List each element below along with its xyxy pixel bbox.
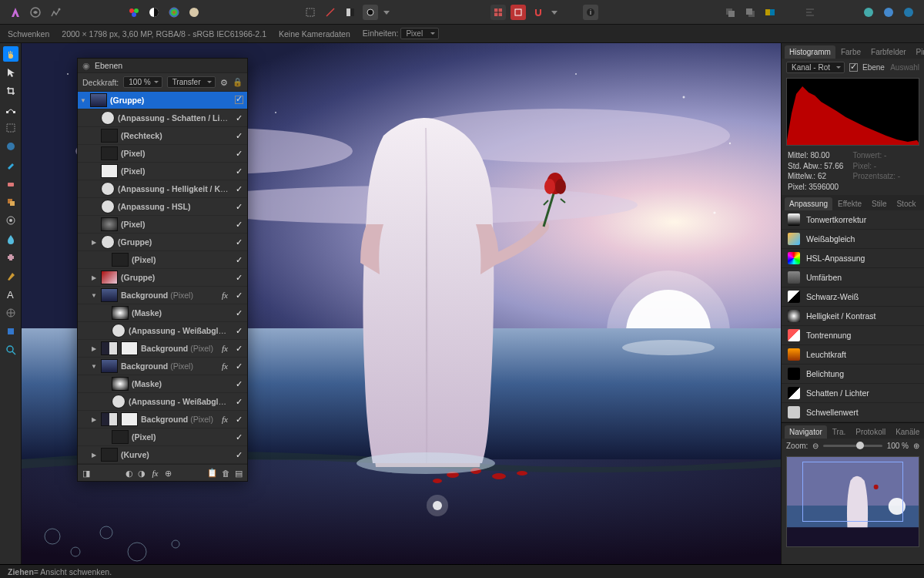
fx-indicator-icon[interactable]: fx [219,344,230,353]
clone-tool-icon[interactable] [3,194,18,210]
navigator-preview[interactable] [786,456,919,547]
visibility-icon[interactable]: ✓ [233,131,244,140]
layer-row[interactable]: (Pixel)✓ [78,251,247,269]
erase-tool-icon[interactable] [3,176,18,191]
gear-icon[interactable]: ⚙ [220,78,228,87]
visibility-icon[interactable]: ✓ [233,379,244,388]
mesh-tool-icon[interactable] [3,305,18,321]
shape-tool-icon[interactable] [3,324,18,339]
soft-proof-icon[interactable] [186,5,202,20]
fx-icon[interactable]: fx [150,469,161,478]
visibility-checkbox[interactable] [233,96,244,106]
layer-row[interactable]: (Maske)✓ [78,375,247,393]
tab-navigator[interactable]: Navigator [785,425,827,439]
chat-icon[interactable] [861,5,876,20]
disclosure-icon[interactable]: ▼ [90,292,98,299]
visibility-icon[interactable]: ✓ [233,344,244,353]
brush-tool-icon[interactable] [3,157,18,173]
layer-checkbox[interactable] [849,63,858,72]
layer-row[interactable]: ▶(Gruppe)✓ [78,234,247,251]
dodge-tool-icon[interactable] [3,213,18,228]
tab-styles[interactable]: Stile [867,197,891,210]
grayscale-icon[interactable] [146,5,162,20]
fx-indicator-icon[interactable]: fx [219,415,230,424]
visibility-icon[interactable]: ✓ [233,326,244,335]
add-layer-icon[interactable]: ▤ [235,469,243,478]
swatches-icon[interactable] [126,5,142,20]
panel-pin-icon[interactable]: ◉ [82,61,90,70]
visibility-icon[interactable]: ✓ [233,184,244,193]
visibility-icon[interactable]: ✓ [233,415,244,424]
channel-dropdown[interactable]: Kanal - Rot [786,62,845,73]
dropdown-caret-icon[interactable] [551,5,558,20]
disclosure-icon[interactable]: ▼ [79,97,87,104]
tab-stock[interactable]: Stock [892,197,920,210]
tab-channels[interactable]: Kanäle [891,425,924,439]
persona-develop-icon[interactable] [48,5,63,20]
disclosure-icon[interactable]: ▶ [90,452,98,459]
opacity-dropdown[interactable]: 100 % [123,76,162,88]
adjustment-item[interactable]: Schwellenwert [782,403,924,422]
layer-row[interactable]: ▼Background (Pixel)fx✓ [78,287,247,304]
layer-row[interactable]: (Rechteck)✓ [78,127,247,145]
visibility-icon[interactable]: ✓ [233,397,244,406]
layers-panel-title[interactable]: ◉ Ebenen [78,59,247,72]
disclosure-icon[interactable]: ▼ [90,363,98,370]
heal-tool-icon[interactable] [3,250,18,265]
layer-row[interactable]: (Anpassung - Helligkeit / Kontrast)✓ [78,180,247,198]
adjustment-item[interactable]: HSL-Anpassung [782,249,924,268]
mask-icon[interactable]: ◐ [126,469,133,478]
group-icon[interactable] [762,5,778,20]
node-tool-icon[interactable] [3,102,18,117]
hand-tool-icon[interactable] [3,46,18,62]
tab-color[interactable]: Farbe [836,45,865,59]
adjustment-item[interactable]: Schwarz-Weiß [782,287,924,307]
visibility-icon[interactable]: ✓ [233,308,244,318]
visibility-icon[interactable]: ✓ [233,255,244,264]
tab-transform[interactable]: Tra. [828,425,850,439]
adjustment-item[interactable]: Tonwertkorrektur [782,210,924,230]
tab-swatches[interactable]: Farbfelder [866,45,911,59]
app-logo-icon[interactable] [8,5,23,20]
share-icon[interactable] [901,5,916,20]
adjustment-item[interactable]: Helligkeit / Kontrast [782,307,924,326]
blur-tool-icon[interactable] [3,231,18,247]
blendmode-dropdown[interactable]: Transfer [167,76,216,88]
persona-liquify-icon[interactable] [28,5,43,20]
layer-edit-icon[interactable]: ◨ [82,469,90,478]
visibility-icon[interactable]: ✓ [233,202,244,211]
visibility-icon[interactable]: ✓ [233,113,244,123]
layer-row[interactable]: ▼Background (Pixel)fx✓ [78,358,247,375]
arrange-back-icon[interactable] [722,5,738,20]
adjustment-item[interactable]: Schatten / Lichter [782,384,924,403]
layer-row[interactable]: (Anpassung - HSL)✓ [78,198,247,216]
zoom-slider[interactable] [823,445,882,447]
layer-row[interactable]: (Maske)✓ [78,304,247,322]
disclosure-icon[interactable]: ▶ [90,274,98,281]
disclosure-icon[interactable]: ▶ [90,416,98,423]
layer-row[interactable]: ▶Background (Pixel)fx✓ [78,340,247,358]
assistant-icon[interactable]: i [583,5,598,20]
layer-row[interactable]: ▶(Gruppe)✓ [78,269,247,287]
visibility-icon[interactable]: ✓ [233,237,244,247]
layer-row[interactable]: (Pixel)✓ [78,428,247,446]
layer-row[interactable]: (Anpassung - Schatten / Lichter)✓ [78,109,247,127]
zoom-tool-icon[interactable] [3,342,18,358]
visibility-icon[interactable]: ✓ [233,166,244,176]
adjustment-item[interactable]: Weißabgleich [782,230,924,249]
clip-icon[interactable]: 📋 [207,468,217,478]
layer-row[interactable]: (Pixel)✓ [78,163,247,180]
disclosure-icon[interactable]: ▶ [90,239,98,246]
magnet-icon[interactable] [531,5,546,20]
visibility-icon[interactable]: ✓ [233,361,244,371]
tab-adjustment[interactable]: Anpassung [785,197,832,210]
layers-panel[interactable]: ◉ Ebenen Deckkraft: 100 % Transfer ⚙ 🔒 ▼… [77,58,248,482]
layer-row[interactable]: ▶Background (Pixel)fx✓ [78,411,247,428]
pen-tool-icon[interactable] [3,268,18,284]
adjustment-item[interactable]: Leuchtkraft [782,345,924,365]
visibility-icon[interactable]: ✓ [233,273,244,282]
support-icon[interactable] [881,5,896,20]
adjustment-item[interactable]: Belichtung [782,365,924,384]
visibility-icon[interactable]: ✓ [233,291,244,300]
selection-invert-icon[interactable] [343,5,358,20]
